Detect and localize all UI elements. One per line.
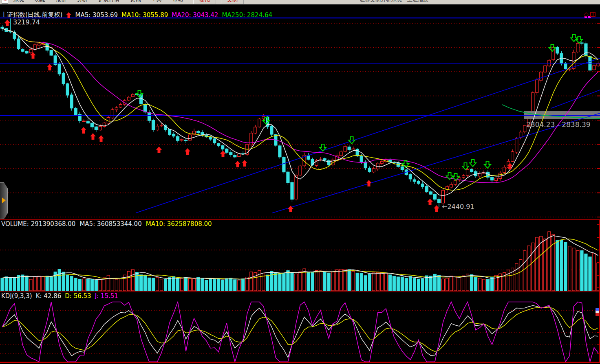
- ma5-value: MA5: 3053.69: [75, 11, 118, 19]
- ma20-value: MA20: 3043.42: [172, 11, 218, 19]
- sell-signal-icon: [470, 160, 476, 167]
- peak-price-label: 3219.74: [13, 18, 40, 26]
- buy-signal-icon: [235, 161, 240, 167]
- kdj-k-value: K: 42.86: [36, 292, 62, 300]
- menu-item-8[interactable]: 帮助: [167, 0, 188, 3]
- up-arrow-icon: [66, 12, 71, 18]
- volume-bars: [1, 232, 600, 291]
- price-chart-canvas[interactable]: [0, 0, 600, 364]
- volume-pane-header: VOLUME: 291390368.00 MA5: 360853344.00 M…: [1, 220, 212, 228]
- gap-range-label: 2804.23 - 2838.39: [526, 121, 591, 129]
- pane-corner-icons: ◇: [584, 11, 596, 17]
- window-split-icon[interactable]: [590, 12, 596, 17]
- buy-signal-icon: [81, 127, 86, 134]
- buy-signal-icon: [156, 147, 162, 153]
- buy-signal-icon: [220, 151, 226, 157]
- menu-item-6[interactable]: 资讯: [125, 0, 146, 3]
- buy-signal-icon: [185, 148, 190, 155]
- volume-ma10-value: MA10: 362587808.00: [146, 220, 212, 228]
- trading-app-window: K 系统功能报价分析扩展行情资讯工具帮助委托交易 证券交易分析系统 - 上证指数…: [0, 0, 600, 364]
- kdj-j-value: J: 15.51: [95, 292, 118, 300]
- volume-value: VOLUME: 291390368.00: [1, 220, 75, 228]
- diamond-marker-icon[interactable]: ◇: [584, 11, 589, 17]
- sell-signal-icon: [571, 35, 577, 42]
- menu-bar: K 系统功能报价分析扩展行情资讯工具帮助委托交易 证券交易分析系统 - 上证指数: [0, 0, 600, 4]
- menu-item-2[interactable]: 功能: [29, 0, 51, 3]
- kdj-d-value: D: 56.53: [65, 292, 91, 300]
- buy-signal-icon: [4, 20, 10, 26]
- menu-button-1[interactable]: 委托: [193, 0, 216, 4]
- volume-gridlines: [0, 250, 597, 270]
- menu-button-2[interactable]: 交易: [221, 0, 244, 4]
- buy-signal-icon: [427, 199, 433, 205]
- buy-signal-icon: [366, 180, 372, 186]
- menu-right-title: 证券交易分析系统 - 上证指数: [360, 0, 428, 4]
- menu-row: K 系统功能报价分析扩展行情资讯工具帮助委托交易: [0, 0, 244, 4]
- ma250-value: MA250: 2824.64: [222, 11, 272, 19]
- main-chart-header: 上证指数(日线.前复权) MA5: 3053.69 MA10: 3055.89 …: [1, 11, 272, 19]
- low-price-label: ←2440.91: [442, 203, 474, 211]
- menu-item-3[interactable]: 报价: [51, 0, 72, 3]
- menu-item-4[interactable]: 分析: [72, 0, 93, 3]
- pane-borders: [0, 220, 600, 363]
- symbol-title: 上证指数(日线.前复权): [1, 11, 62, 19]
- menu-item-5[interactable]: 扩展行情: [93, 0, 125, 3]
- sell-signal-icon: [576, 36, 582, 43]
- sell-signal-icon: [484, 161, 491, 168]
- main-gridlines: [0, 23, 600, 217]
- expand-arrow-icon: [2, 197, 6, 203]
- kdj-name: KDJ(9,3,3): [1, 292, 32, 300]
- menu-item-7[interactable]: 工具: [146, 0, 167, 3]
- sidebar-expand-handle[interactable]: [0, 182, 8, 219]
- buy-signal-icon: [98, 135, 104, 142]
- buy-signal-icon: [434, 205, 439, 212]
- buy-signal-icon: [242, 160, 247, 167]
- volume-ma5-value: MA5: 360853344.00: [79, 220, 141, 228]
- ma10-value: MA10: 3055.89: [121, 11, 168, 19]
- menu-item-1[interactable]: 系统: [8, 0, 29, 3]
- app-icon[interactable]: K: [2, 0, 8, 4]
- buy-signal-icon: [47, 64, 53, 70]
- kdj-pane-header: KDJ(9,3,3) K: 42.86 D: 56.53 J: 15.51: [1, 292, 118, 300]
- kdj-scroll-flag: [596, 308, 599, 316]
- buy-signal-icon: [90, 133, 96, 140]
- sell-signal-icon: [349, 137, 355, 144]
